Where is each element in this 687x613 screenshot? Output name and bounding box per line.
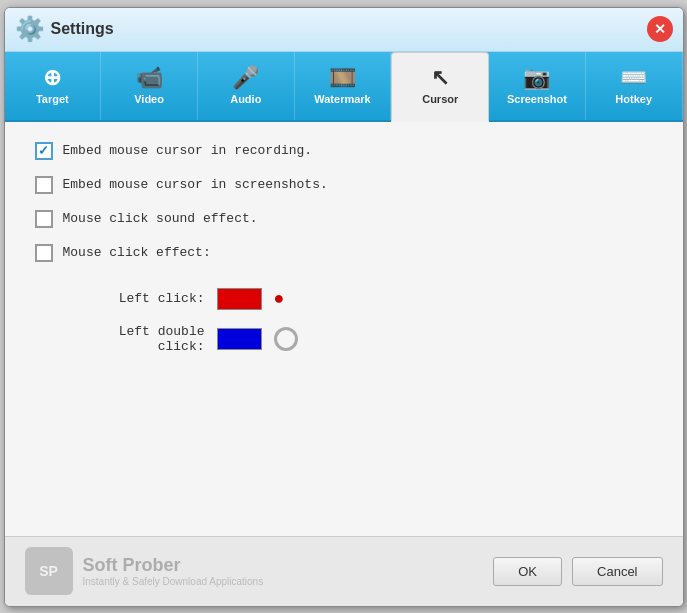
color-row-left-double-click: Left double click: bbox=[65, 324, 653, 354]
option-label-3: Mouse click sound effect. bbox=[63, 211, 258, 226]
left-click-dot-icon: ● bbox=[274, 288, 285, 309]
checkbox-mouse-click-effect[interactable] bbox=[35, 244, 53, 262]
tab-watermark-label: Watermark bbox=[314, 93, 370, 105]
tab-video-label: Video bbox=[134, 93, 164, 105]
tab-audio[interactable]: 🎤 Audio bbox=[198, 52, 295, 120]
left-double-click-label: Left double click: bbox=[65, 324, 205, 354]
watermark-tagline: Instantly & Safely Download Applications bbox=[83, 576, 264, 587]
video-icon: 📹 bbox=[136, 67, 163, 89]
left-click-label: Left click: bbox=[65, 291, 205, 306]
hotkey-icon: ⌨️ bbox=[620, 67, 647, 89]
settings-window: ⚙️ Settings ✕ ⊕ Target 📹 Video 🎤 Audio 🎞… bbox=[4, 7, 684, 607]
tab-target-label: Target bbox=[36, 93, 69, 105]
option-label-2: Embed mouse cursor in screenshots. bbox=[63, 177, 328, 192]
option-label-4: Mouse click effect: bbox=[63, 245, 211, 260]
option-row-4: Mouse click effect: bbox=[35, 244, 653, 262]
tab-target[interactable]: ⊕ Target bbox=[5, 52, 102, 120]
checkbox-mouse-click-sound[interactable] bbox=[35, 210, 53, 228]
tab-cursor[interactable]: ↖ Cursor bbox=[391, 52, 489, 122]
watermark-text: Soft Prober Instantly & Safely Download … bbox=[83, 555, 264, 587]
audio-icon: 🎤 bbox=[232, 67, 259, 89]
cancel-button[interactable]: Cancel bbox=[572, 557, 662, 586]
watermark-name: Soft Prober bbox=[83, 555, 264, 576]
option-row-2: Embed mouse cursor in screenshots. bbox=[35, 176, 653, 194]
watermark-icon: 🎞️ bbox=[329, 67, 356, 89]
tab-hotkey[interactable]: ⌨️ Hotkey bbox=[586, 52, 683, 120]
close-button[interactable]: ✕ bbox=[647, 16, 673, 42]
main-content: Embed mouse cursor in recording. Embed m… bbox=[5, 122, 683, 536]
watermark: SP Soft Prober Instantly & Safely Downlo… bbox=[25, 547, 264, 595]
option-label-1: Embed mouse cursor in recording. bbox=[63, 143, 313, 158]
checkbox-embed-cursor-screenshots[interactable] bbox=[35, 176, 53, 194]
watermark-logo: SP bbox=[25, 547, 73, 595]
tab-video[interactable]: 📹 Video bbox=[101, 52, 198, 120]
footer-buttons: OK Cancel bbox=[493, 557, 662, 586]
window-title: Settings bbox=[51, 20, 647, 38]
tab-screenshot[interactable]: 📷 Screenshot bbox=[489, 52, 586, 120]
checkbox-embed-cursor-recording[interactable] bbox=[35, 142, 53, 160]
gear-icon: ⚙️ bbox=[15, 15, 43, 43]
left-double-click-ring-icon bbox=[274, 327, 298, 351]
tab-hotkey-label: Hotkey bbox=[615, 93, 652, 105]
cursor-icon: ↖ bbox=[431, 67, 449, 89]
ok-button[interactable]: OK bbox=[493, 557, 562, 586]
footer: SP Soft Prober Instantly & Safely Downlo… bbox=[5, 536, 683, 606]
left-double-click-color-swatch[interactable] bbox=[217, 328, 262, 350]
tab-bar: ⊕ Target 📹 Video 🎤 Audio 🎞️ Watermark ↖ … bbox=[5, 52, 683, 122]
screenshot-icon: 📷 bbox=[523, 67, 550, 89]
left-click-color-swatch[interactable] bbox=[217, 288, 262, 310]
tab-screenshot-label: Screenshot bbox=[507, 93, 567, 105]
title-bar: ⚙️ Settings ✕ bbox=[5, 8, 683, 52]
option-row-3: Mouse click sound effect. bbox=[35, 210, 653, 228]
tab-audio-label: Audio bbox=[230, 93, 261, 105]
option-row-1: Embed mouse cursor in recording. bbox=[35, 142, 653, 160]
color-section: Left click: ● Left double click: bbox=[65, 288, 653, 354]
color-row-left-click: Left click: ● bbox=[65, 288, 653, 310]
target-icon: ⊕ bbox=[43, 67, 61, 89]
tab-watermark[interactable]: 🎞️ Watermark bbox=[295, 52, 392, 120]
tab-cursor-label: Cursor bbox=[422, 93, 458, 105]
